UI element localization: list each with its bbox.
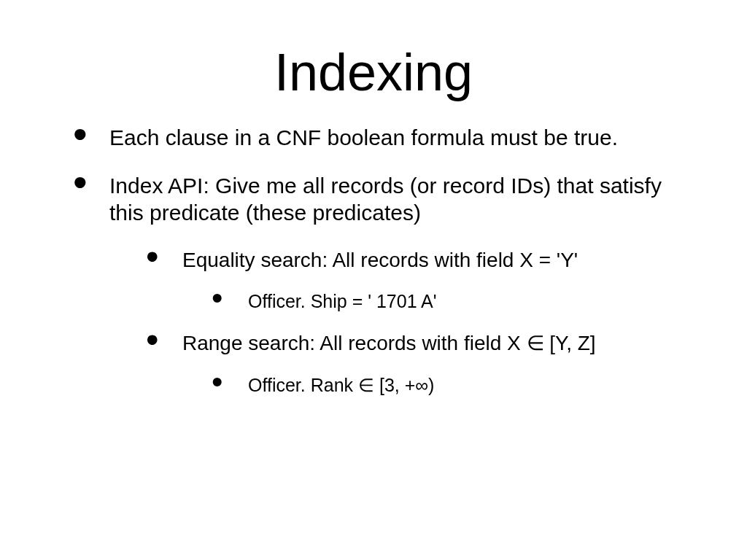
sub-list-1: Equality search: All records with field … (109, 247, 696, 397)
sub-sub-list-1-0: Officer. Ship = ' 1701 A' (182, 289, 696, 314)
sub-item-1-0: Equality search: All records with field … (146, 247, 696, 314)
bullet-item-1: Index API: Give me all records (or recor… (73, 172, 696, 397)
sub-sub-text-1-0-0: Officer. Ship = ' 1701 A' (248, 291, 437, 311)
sub-sub-item-1-0-0: Officer. Ship = ' 1701 A' (212, 289, 696, 314)
sub-sub-list-1-1: Officer. Rank ∈ [3, +∞) (182, 373, 696, 397)
sub-sub-item-1-1-0: Officer. Rank ∈ [3, +∞) (212, 373, 696, 397)
sub-sub-text-1-1-0: Officer. Rank ∈ [3, +∞) (248, 375, 434, 395)
bullet-text-1: Index API: Give me all records (or recor… (109, 174, 662, 225)
sub-item-1-1: Range search: All records with field X ∈… (146, 330, 696, 397)
bullet-text-0: Each clause in a CNF boolean formula mus… (109, 125, 618, 149)
sub-text-1-1: Range search: All records with field X ∈… (182, 332, 596, 354)
slide-container: Indexing Each clause in a CNF boolean fo… (0, 42, 747, 560)
bullet-item-0: Each clause in a CNF boolean formula mus… (73, 124, 696, 152)
sub-text-1-0: Equality search: All records with field … (182, 249, 578, 271)
main-bullet-list: Each clause in a CNF boolean formula mus… (0, 124, 747, 397)
slide-title: Indexing (0, 42, 747, 102)
